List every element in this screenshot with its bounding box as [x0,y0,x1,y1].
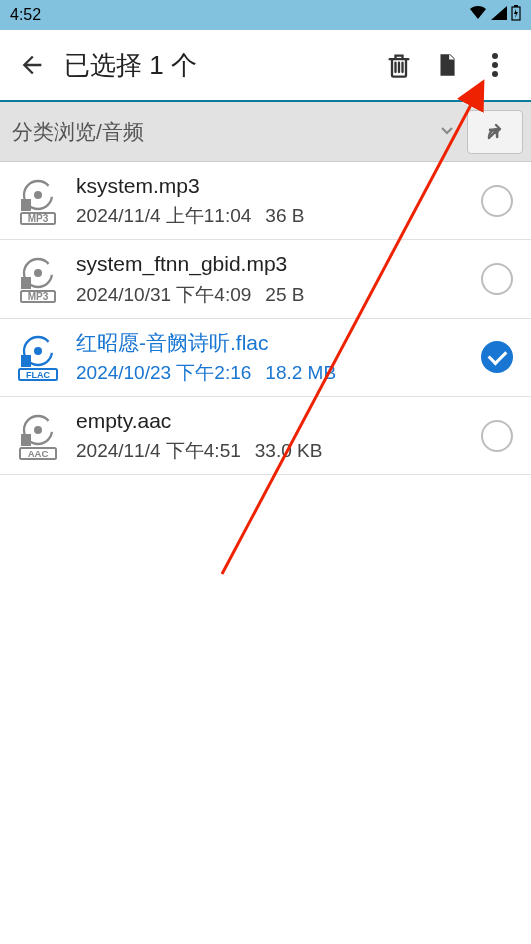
svg-text:MP3: MP3 [28,213,49,224]
file-name: empty.aac [76,407,481,434]
selection-checkbox[interactable] [481,420,513,452]
toolbar-title: 已选择 1 个 [64,48,375,83]
selection-toolbar: 已选择 1 个 [0,30,531,102]
breadcrumb-dropdown[interactable]: 分类浏览/音频 [12,118,439,146]
selection-checkbox[interactable] [481,263,513,295]
selection-checkbox[interactable] [481,341,513,373]
svg-point-6 [34,191,42,199]
audio-file-icon: AAC [10,412,66,460]
back-button[interactable] [12,51,52,79]
audio-file-icon: MP3 [10,177,66,225]
delete-button[interactable] [375,41,423,89]
svg-text:MP3: MP3 [28,291,49,302]
svg-rect-12 [21,277,31,289]
svg-point-21 [34,426,42,434]
file-meta: 2024/11/4 下午4:5133.0 KB [76,438,481,464]
svg-point-2 [492,53,498,59]
svg-point-16 [34,347,42,355]
up-directory-button[interactable] [467,110,523,154]
signal-icon [491,6,507,24]
file-row[interactable]: FLAC 红昭愿-音阙诗听.flac 2024/10/23 下午2:1618.2… [0,319,531,397]
audio-file-icon: MP3 [10,255,66,303]
svg-point-4 [492,71,498,77]
file-name: ksystem.mp3 [76,172,481,199]
svg-text:AAC: AAC [28,448,49,459]
file-list: MP3 ksystem.mp3 2024/11/4 上午11:0436 B MP… [0,162,531,475]
svg-rect-1 [514,5,518,7]
battery-icon [511,5,521,25]
breadcrumb-text: 分类浏览/音频 [12,118,144,146]
more-options-button[interactable] [471,41,519,89]
file-meta: 2024/10/31 下午4:0925 B [76,282,481,308]
chevron-down-icon [439,122,455,142]
file-row[interactable]: MP3 system_ftnn_gbid.mp3 2024/10/31 下午4:… [0,240,531,318]
svg-point-11 [34,269,42,277]
svg-point-3 [492,62,498,68]
status-time: 4:52 [10,6,41,24]
wifi-icon [469,6,487,24]
copy-button[interactable] [423,41,471,89]
status-bar: 4:52 [0,0,531,30]
file-meta: 2024/11/4 上午11:0436 B [76,203,481,229]
file-row[interactable]: AAC empty.aac 2024/11/4 下午4:5133.0 KB [0,397,531,475]
selection-checkbox[interactable] [481,185,513,217]
breadcrumb-row: 分类浏览/音频 [0,102,531,162]
file-meta: 2024/10/23 下午2:1618.2 MB [76,360,481,386]
svg-rect-22 [21,434,31,446]
svg-rect-17 [21,355,31,367]
file-name: 红昭愿-音阙诗听.flac [76,329,481,356]
svg-text:FLAC: FLAC [26,370,50,380]
file-name: system_ftnn_gbid.mp3 [76,250,481,277]
file-row[interactable]: MP3 ksystem.mp3 2024/11/4 上午11:0436 B [0,162,531,240]
audio-file-icon: FLAC [10,333,66,381]
